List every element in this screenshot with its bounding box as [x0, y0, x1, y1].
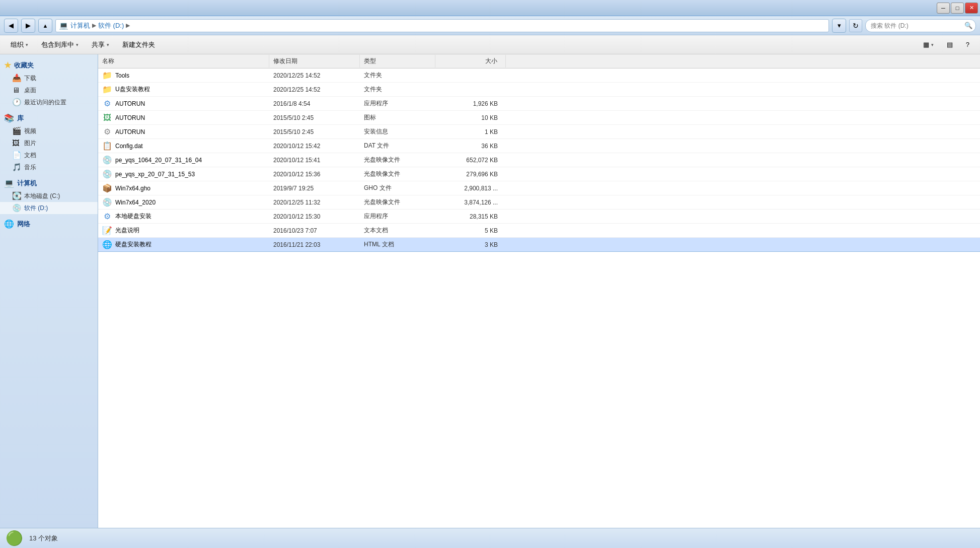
file-name-cell: 📁 Tools — [98, 70, 269, 82]
file-type-cell: 安装信息 — [360, 126, 435, 137]
computer-icon: 💻 — [59, 21, 68, 30]
file-icon: 📝 — [102, 226, 112, 236]
file-row[interactable]: 📁 Tools 2020/12/25 14:52 文件夹 — [98, 68, 980, 83]
view-icon: ▦ — [923, 41, 929, 48]
file-row[interactable]: 💿 Win7x64_2020 2020/12/25 11:32 光盘映像文件 3… — [98, 195, 980, 210]
network-header[interactable]: 🌐 网络 — [0, 217, 98, 231]
file-icon: 📦 — [102, 183, 112, 193]
file-row[interactable]: ⚙ 本地硬盘安装 2020/10/12 15:30 应用程序 28,315 KB — [98, 210, 980, 224]
file-icon: 💿 — [102, 197, 112, 208]
search-icon[interactable]: 🔍 — [964, 21, 973, 30]
file-row[interactable]: 🖼 AUTORUN 2015/5/10 2:45 图标 10 KB — [98, 111, 980, 125]
close-button[interactable]: ✕ — [965, 3, 978, 14]
file-icon: ⚙ — [102, 99, 112, 109]
file-row[interactable]: 📁 U盘安装教程 2020/12/25 14:52 文件夹 — [98, 83, 980, 97]
file-name-cell: 📝 光盘说明 — [98, 225, 269, 237]
file-size-cell: 652,072 KB — [435, 156, 506, 165]
col-header-type[interactable]: 类型 — [360, 55, 435, 67]
file-date-cell: 2015/5/10 2:45 — [269, 113, 360, 122]
file-row[interactable]: 💿 pe_yqs_xp_20_07_31_15_53 2020/10/12 15… — [98, 167, 980, 181]
share-button[interactable]: 共享 ▾ — [86, 38, 115, 52]
favorites-header[interactable]: ★ 收藏夹 — [0, 58, 98, 72]
maximize-button[interactable]: □ — [951, 3, 964, 14]
file-size-cell: 1,926 KB — [435, 99, 506, 108]
organize-button[interactable]: 组织 ▾ — [5, 38, 34, 52]
sidebar-item-video[interactable]: 🎬 视频 — [0, 125, 98, 137]
file-name-label: 光盘说明 — [115, 226, 139, 235]
up-button[interactable]: ▲ — [38, 19, 52, 33]
video-icon: 🎬 — [12, 126, 21, 135]
sidebar-item-music[interactable]: 🎵 音乐 — [0, 161, 98, 173]
dropdown-button[interactable]: ▾ — [832, 19, 846, 33]
sidebar-item-d-drive[interactable]: 💿 软件 (D:) — [0, 202, 98, 214]
sidebar-item-download[interactable]: 📥 下载 — [0, 72, 98, 84]
file-icon: 💿 — [102, 169, 112, 179]
file-name-label: Win7x64_2020 — [115, 199, 156, 206]
file-date-cell: 2020/10/12 15:42 — [269, 142, 360, 151]
file-name-cell: 💿 Win7x64_2020 — [98, 196, 269, 209]
forward-button[interactable]: ▶ — [21, 19, 35, 33]
search-wrapper: 🔍 — [865, 19, 976, 32]
file-date-cell: 2016/10/23 7:07 — [269, 226, 360, 235]
file-name-label: U盘安装教程 — [115, 85, 150, 94]
library-section: 📚 库 🎬 视频 🖼 图片 📄 文档 🎵 音乐 — [0, 111, 98, 173]
file-type-cell: 光盘映像文件 — [360, 197, 435, 208]
file-icon: ⚙ — [102, 127, 112, 137]
file-name-cell: 📁 U盘安装教程 — [98, 84, 269, 96]
network-icon: 🌐 — [4, 219, 14, 229]
file-size-cell: 2,900,813 ... — [435, 184, 506, 193]
view-dropdown-button[interactable]: ▦ ▾ — [918, 38, 939, 52]
minimize-button[interactable]: ─ — [937, 3, 950, 14]
include-library-button[interactable]: 包含到库中 ▾ — [36, 38, 84, 52]
file-size-cell — [435, 89, 506, 91]
file-name-cell: 📦 Win7x64.gho — [98, 182, 269, 194]
breadcrumb-computer[interactable]: 计算机 — [70, 21, 90, 30]
new-folder-button[interactable]: 新建文件夹 — [117, 38, 161, 52]
sidebar: ★ 收藏夹 📥 下载 🖥 桌面 🕐 最近访问的位置 📚 库 — [0, 54, 98, 528]
file-name-label: AUTORUN — [115, 114, 145, 121]
file-date-cell: 2015/5/10 2:45 — [269, 127, 360, 136]
file-row[interactable]: 📝 光盘说明 2016/10/23 7:07 文本文档 5 KB — [98, 224, 980, 238]
file-list-header: 名称 修改日期 类型 大小 — [98, 54, 980, 68]
sidebar-item-pictures[interactable]: 🖼 图片 — [0, 137, 98, 149]
file-type-cell: 文件夹 — [360, 84, 435, 95]
file-row[interactable]: 🌐 硬盘安装教程 2016/11/21 22:03 HTML 文档 3 KB — [98, 238, 980, 252]
file-date-cell: 2020/12/25 14:52 — [269, 85, 360, 94]
file-name-label: Tools — [115, 72, 129, 79]
file-type-cell: 光盘映像文件 — [360, 169, 435, 179]
breadcrumb-drive[interactable]: 软件 (D:) — [98, 21, 124, 30]
file-name-cell: ⚙ AUTORUN — [98, 126, 269, 138]
col-header-size[interactable]: 大小 — [435, 55, 506, 67]
sidebar-item-recent[interactable]: 🕐 最近访问的位置 — [0, 96, 98, 108]
file-row[interactable]: 📋 Config.dat 2020/10/12 15:42 DAT 文件 36 … — [98, 139, 980, 153]
file-row[interactable]: 💿 pe_yqs_1064_20_07_31_16_04 2020/10/12 … — [98, 153, 980, 167]
library-header[interactable]: 📚 库 — [0, 111, 98, 125]
music-icon: 🎵 — [12, 163, 21, 172]
col-header-name[interactable]: 名称 — [98, 55, 269, 67]
download-icon: 📥 — [12, 74, 21, 83]
main-layout: ★ 收藏夹 📥 下载 🖥 桌面 🕐 最近访问的位置 📚 库 — [0, 54, 980, 528]
search-input[interactable] — [865, 19, 976, 32]
file-row[interactable]: 📦 Win7x64.gho 2019/9/7 19:25 GHO 文件 2,90… — [98, 181, 980, 195]
file-rows-container: 📁 Tools 2020/12/25 14:52 文件夹 📁 U盘安装教程 20… — [98, 68, 980, 252]
file-name-cell: 💿 pe_yqs_1064_20_07_31_16_04 — [98, 154, 269, 166]
refresh-button[interactable]: ↻ — [849, 19, 862, 32]
library-icon: 📚 — [4, 113, 14, 123]
computer-header[interactable]: 💻 计算机 — [0, 176, 98, 190]
file-name-label: Win7x64.gho — [115, 185, 150, 192]
help-button[interactable]: ? — [960, 38, 975, 52]
preview-button[interactable]: ▤ — [941, 38, 958, 52]
back-button[interactable]: ◀ — [4, 19, 18, 33]
file-type-cell: 图标 — [360, 112, 435, 123]
computer-section: 💻 计算机 💽 本地磁盘 (C:) 💿 软件 (D:) — [0, 176, 98, 214]
file-name-label: Config.dat — [115, 143, 143, 150]
file-name-label: 本地硬盘安装 — [115, 212, 152, 221]
file-row[interactable]: ⚙ AUTORUN 2015/5/10 2:45 安装信息 1 KB — [98, 125, 980, 139]
file-row[interactable]: ⚙ AUTORUN 2016/1/8 4:54 应用程序 1,926 KB — [98, 97, 980, 111]
sidebar-item-desktop[interactable]: 🖥 桌面 — [0, 84, 98, 96]
col-header-date[interactable]: 修改日期 — [269, 55, 360, 67]
sidebar-item-c-drive[interactable]: 💽 本地磁盘 (C:) — [0, 190, 98, 202]
sidebar-item-docs[interactable]: 📄 文档 — [0, 149, 98, 161]
network-section: 🌐 网络 — [0, 217, 98, 231]
file-name-cell: 🖼 AUTORUN — [98, 112, 269, 124]
